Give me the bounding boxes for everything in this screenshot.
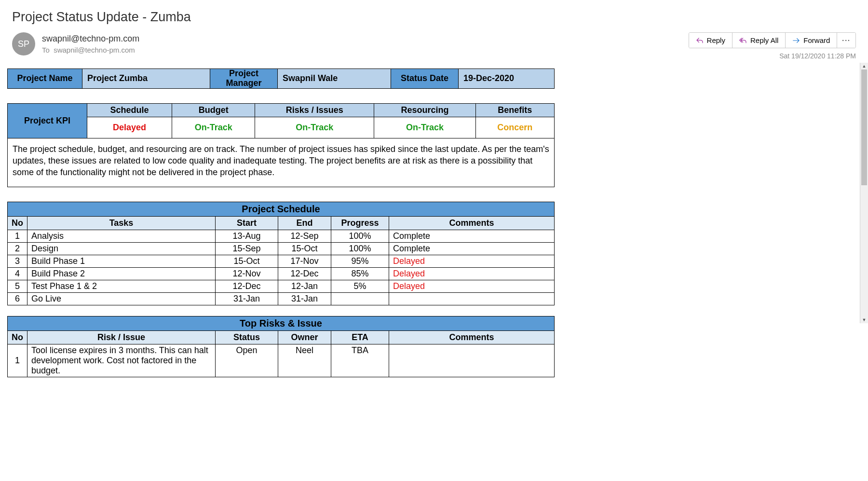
row-progress: 95% xyxy=(331,255,389,268)
kpi-header-risks: Risks / Issues xyxy=(255,103,374,117)
row-start: 12-Nov xyxy=(216,268,278,280)
email-date: Sat 19/12/2020 11:28 PM xyxy=(779,52,856,60)
kpi-header-schedule: Schedule xyxy=(87,103,172,117)
status-date-label: Status Date xyxy=(391,69,459,89)
reply-button[interactable]: Reply xyxy=(689,33,732,48)
row-owner: Neel xyxy=(278,344,331,377)
row-start: 15-Sep xyxy=(216,243,278,255)
row-status: Open xyxy=(216,344,278,377)
project-info-table: Project Name Project Zumba ProjectManage… xyxy=(7,69,555,89)
row-comment: Delayed xyxy=(389,255,555,268)
row-comment: Complete xyxy=(389,243,555,255)
project-manager-value: Swapnil Wale xyxy=(278,69,391,89)
kpi-summary: The project schedule, budget, and resour… xyxy=(7,138,555,188)
kpi-value-resourcing: On-Track xyxy=(374,117,475,138)
scroll-up-icon[interactable]: ▲ xyxy=(860,63,868,69)
project-name-value: Project Zumba xyxy=(82,69,210,89)
row-end: 17-Nov xyxy=(278,255,331,268)
kpi-label: Project KPI xyxy=(8,103,87,138)
row-no: 1 xyxy=(8,344,27,377)
risks-table: Top Risks & Issue No Risk / Issue Status… xyxy=(7,316,555,377)
row-task: Analysis xyxy=(27,230,216,243)
schedule-header-start: Start xyxy=(216,217,278,230)
schedule-header-no: No xyxy=(8,217,27,230)
email-body: Project Name Project Zumba ProjectManage… xyxy=(0,69,868,481)
row-progress: 100% xyxy=(331,230,389,243)
risks-header-comments: Comments xyxy=(389,331,555,344)
row-comment xyxy=(389,293,555,305)
forward-icon xyxy=(792,37,800,44)
row-task: Design xyxy=(27,243,216,255)
table-row: 6Go Live31-Jan31-Jan xyxy=(8,293,555,305)
row-end: 12-Dec xyxy=(278,268,331,280)
sender-email[interactable]: swapnil@techno-pm.com xyxy=(42,33,139,45)
row-end: 12-Jan xyxy=(278,280,331,293)
table-row: 1Tool license expires in 3 months. This … xyxy=(8,344,555,377)
row-eta: TBA xyxy=(331,344,389,377)
row-start: 12-Dec xyxy=(216,280,278,293)
risks-header-owner: Owner xyxy=(278,331,331,344)
project-manager-label: ProjectManager xyxy=(210,69,278,89)
to-line: To swapnil@techno-pm.com xyxy=(42,45,139,55)
action-buttons: Reply Reply All Forward ··· xyxy=(689,32,856,48)
kpi-header-budget: Budget xyxy=(172,103,255,117)
row-task: Go Live xyxy=(27,293,216,305)
row-no: 5 xyxy=(8,280,27,293)
kpi-header-resourcing: Resourcing xyxy=(374,103,475,117)
row-start: 13-Aug xyxy=(216,230,278,243)
scroll-thumb[interactable] xyxy=(861,69,867,185)
row-comment: Delayed xyxy=(389,280,555,293)
status-date-value: 19-Dec-2020 xyxy=(459,69,555,89)
row-end: 15-Oct xyxy=(278,243,331,255)
row-progress xyxy=(331,293,389,305)
avatar: SP xyxy=(12,32,35,55)
scroll-down-icon[interactable]: ▼ xyxy=(860,316,868,323)
risks-header-no: No xyxy=(8,331,27,344)
row-no: 3 xyxy=(8,255,27,268)
risks-header-risk: Risk / Issue xyxy=(27,331,216,344)
kpi-value-schedule: Delayed xyxy=(87,117,172,138)
table-row: 1Analysis13-Aug12-Sep100%Complete xyxy=(8,230,555,243)
row-end: 12-Sep xyxy=(278,230,331,243)
project-name-label: Project Name xyxy=(8,69,82,89)
row-start: 31-Jan xyxy=(216,293,278,305)
row-no: 6 xyxy=(8,293,27,305)
sender-block: SP swapnil@techno-pm.com To swapnil@tech… xyxy=(12,32,139,55)
row-start: 15-Oct xyxy=(216,255,278,268)
reply-all-button[interactable]: Reply All xyxy=(732,33,786,48)
risks-header-status: Status xyxy=(216,331,278,344)
kpi-header-benefits: Benefits xyxy=(475,103,554,117)
risks-header-eta: ETA xyxy=(331,331,389,344)
row-no: 4 xyxy=(8,268,27,280)
table-row: 2Design15-Sep15-Oct100%Complete xyxy=(8,243,555,255)
row-comment: Delayed xyxy=(389,268,555,280)
schedule-header-end: End xyxy=(278,217,331,230)
more-button[interactable]: ··· xyxy=(837,33,855,48)
table-row: 4Build Phase 212-Nov12-Dec85%Delayed xyxy=(8,268,555,280)
risks-title: Top Risks & Issue xyxy=(8,316,555,331)
row-progress: 85% xyxy=(331,268,389,280)
reply-icon xyxy=(696,37,704,44)
kpi-value-budget: On-Track xyxy=(172,117,255,138)
row-task: Build Phase 1 xyxy=(27,255,216,268)
schedule-header-comments: Comments xyxy=(389,217,555,230)
forward-button[interactable]: Forward xyxy=(786,33,837,48)
schedule-title: Project Schedule xyxy=(8,202,555,217)
kpi-value-benefits: Concern xyxy=(475,117,554,138)
table-row: 3Build Phase 115-Oct17-Nov95%Delayed xyxy=(8,255,555,268)
row-end: 31-Jan xyxy=(278,293,331,305)
email-subject: Project Status Update - Zumba xyxy=(12,10,856,25)
kpi-table: Project KPI Schedule Budget Risks / Issu… xyxy=(7,103,555,138)
row-no: 1 xyxy=(8,230,27,243)
row-progress: 100% xyxy=(331,243,389,255)
reply-all-icon xyxy=(739,37,747,44)
table-row: 5Test Phase 1 & 212-Dec12-Jan5%Delayed xyxy=(8,280,555,293)
schedule-table: Project Schedule No Tasks Start End Prog… xyxy=(7,202,555,305)
row-risk: Tool license expires in 3 months. This c… xyxy=(27,344,216,377)
row-comment: Complete xyxy=(389,230,555,243)
row-comment xyxy=(389,344,555,377)
kpi-value-risks: On-Track xyxy=(255,117,374,138)
row-no: 2 xyxy=(8,243,27,255)
scrollbar[interactable]: ▲ ▼ xyxy=(860,63,868,323)
row-progress: 5% xyxy=(331,280,389,293)
